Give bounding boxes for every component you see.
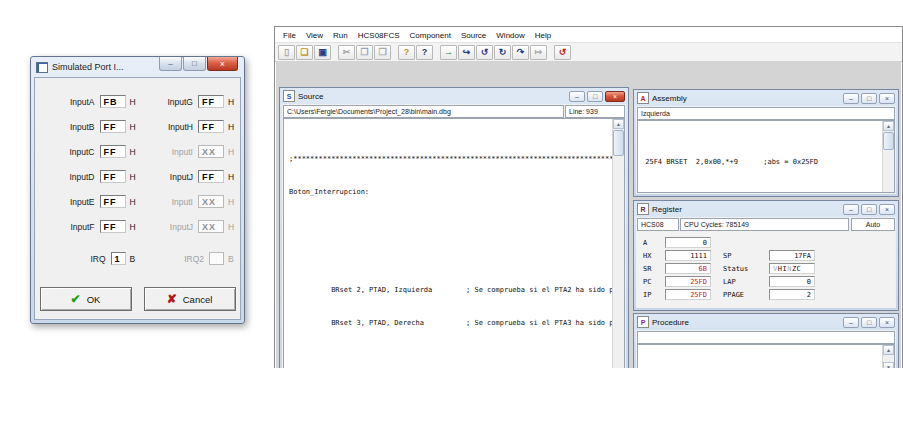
assembly-maximize-button[interactable]: □: [861, 93, 877, 104]
toolbar-button[interactable]: ▣: [314, 45, 331, 60]
source-scrollbar[interactable]: ▲: [612, 119, 624, 368]
register-sr-value[interactable]: 6B: [665, 263, 711, 274]
menu-item[interactable]: Source: [456, 30, 491, 41]
assembly-title-bar[interactable]: A Assembly – □ ×: [634, 90, 898, 106]
toolbar-button[interactable]: ↺: [476, 45, 493, 60]
ok-button[interactable]: ✔ OK: [40, 287, 132, 311]
assembly-scrollbar[interactable]: ▲: [882, 121, 894, 192]
scroll-down-icon[interactable]: ▼: [883, 362, 894, 368]
port-input-unit: H: [228, 197, 236, 207]
toolbar-button[interactable]: ❐: [356, 45, 373, 60]
maximize-button[interactable]: □: [183, 57, 206, 71]
source-title-bar[interactable]: S Source – □ ×: [280, 88, 628, 104]
port-input-field[interactable]: FF: [198, 95, 224, 108]
procedure-scrollbar[interactable]: ▲ ▼: [882, 345, 894, 368]
menu-item[interactable]: Component: [405, 30, 456, 41]
toolbar-button[interactable]: ?: [398, 45, 415, 60]
port-input-field[interactable]: FF: [100, 220, 126, 233]
toolbar-button[interactable]: ❏: [296, 45, 313, 60]
minimize-button[interactable]: –: [159, 57, 182, 71]
menu-item[interactable]: HCS08FCS: [353, 30, 405, 41]
port-input-field[interactable]: XX: [198, 195, 224, 208]
port-input-row: IRQ 1 B: [39, 251, 138, 266]
toolbar-button[interactable]: ↻: [494, 45, 511, 60]
register-ppage-value[interactable]: 2: [769, 289, 815, 300]
toolbar-button[interactable]: ↺: [554, 45, 571, 60]
source-code-line: BRset 2, PTAD, Izquierda ; Se comprueba …: [289, 286, 612, 294]
cancel-button[interactable]: ✘ Cancel: [144, 287, 236, 311]
source-maximize-button[interactable]: □: [587, 91, 603, 102]
register-pc-value[interactable]: 25FD: [665, 276, 711, 287]
register-grid: A 0 HX 1111 SP 17FA SR 6B Status: [637, 232, 895, 307]
port-input-field[interactable]: FF: [100, 120, 126, 133]
dialog-buttons: ✔ OK ✘ Cancel: [35, 287, 240, 311]
assembly-listing[interactable]: 25F4 BRSET 2,0x00,*+9 ;abs = 0x25FD 25F7…: [638, 121, 882, 192]
close-button[interactable]: ×: [207, 57, 238, 71]
register-close-button[interactable]: ×: [879, 204, 895, 215]
toolbar-button[interactable]: ↷: [512, 45, 529, 60]
procedure-minimize-button[interactable]: –: [843, 317, 859, 328]
procedure-title-bar[interactable]: P Procedure – □ ×: [634, 314, 898, 330]
assembly-minimize-button[interactable]: –: [843, 93, 859, 104]
source-close-button[interactable]: ×: [605, 91, 625, 102]
register-hx-value[interactable]: 1111: [665, 250, 711, 261]
port-input-row: InputG FF H: [138, 94, 237, 109]
port-input-field[interactable]: FF: [100, 145, 126, 158]
port-input-field[interactable]: FF: [198, 170, 224, 183]
toolbar-button[interactable]: ▯: [278, 45, 295, 60]
port-input-field[interactable]: 1: [111, 252, 126, 265]
assembly-icon: A: [637, 92, 649, 104]
register-sp-label: SP: [723, 252, 769, 260]
procedure-call-chain[interactable]: Izquierda () <6200'P>: [638, 345, 882, 368]
assembly-window: A Assembly – □ × Izquierda 25F4 BRSET 2,…: [633, 89, 899, 197]
register-ip-value[interactable]: 25FD: [665, 289, 711, 300]
port-input-field[interactable]: XX: [198, 145, 224, 158]
simulated-port-inputs-dialog: Simulated Port I... – □ × InputA FB H In…: [30, 56, 245, 324]
register-icon: R: [637, 203, 649, 215]
port-input-field[interactable]: FF: [100, 195, 126, 208]
menu-item[interactable]: File: [278, 30, 301, 41]
scroll-up-icon[interactable]: ▲: [883, 121, 894, 131]
toolbar-button[interactable]: ↦: [530, 45, 547, 60]
port-input-field[interactable]: FB: [100, 95, 126, 108]
port-input-field[interactable]: FF: [100, 170, 126, 183]
source-code-line: [289, 352, 612, 360]
toolbar-button[interactable]: →: [440, 45, 457, 60]
port-input-field[interactable]: FF: [198, 120, 224, 133]
menu-item[interactable]: Window: [491, 30, 529, 41]
register-sp-value[interactable]: 17FA: [769, 250, 815, 261]
register-maximize-button[interactable]: □: [861, 204, 877, 215]
port-input-field[interactable]: [209, 252, 224, 265]
port-input-label: InputB: [70, 122, 95, 132]
scrollbar-thumb[interactable]: [613, 130, 624, 156]
port-input-field[interactable]: XX: [198, 220, 224, 233]
menu-item[interactable]: Run: [328, 30, 353, 41]
dialog-body: InputA FB H InputG FF H InputB FF H: [34, 77, 241, 320]
source-code-view[interactable]: ;***************************************…: [284, 119, 612, 368]
source-minimize-button[interactable]: –: [569, 91, 585, 102]
toolbar-button[interactable]: ↪: [458, 45, 475, 60]
source-icon: S: [283, 90, 295, 102]
port-input-row: InputJ FF H: [138, 169, 237, 184]
toolbar-button[interactable]: ?: [416, 45, 433, 60]
register-a-value[interactable]: 0: [665, 237, 711, 248]
source-window: S Source – □ × C:\Users\Fergie\Documents…: [279, 87, 629, 368]
procedure-close-button[interactable]: ×: [879, 317, 895, 328]
register-lap-value[interactable]: 0: [769, 276, 815, 287]
procedure-maximize-button[interactable]: □: [861, 317, 877, 328]
menu-item[interactable]: View: [301, 30, 328, 41]
menu-item[interactable]: Help: [530, 30, 556, 41]
port-input-unit: B: [130, 254, 138, 264]
register-title-bar[interactable]: R Register – □ ×: [634, 201, 898, 217]
toolbar-button[interactable]: ❒: [374, 45, 391, 60]
port-input-row: InputC FF H: [39, 144, 138, 159]
register-minimize-button[interactable]: –: [843, 204, 859, 215]
register-status-flags[interactable]: V H I N Z C: [769, 263, 815, 274]
scrollbar-thumb[interactable]: [883, 132, 894, 150]
port-input-unit: H: [228, 122, 236, 132]
toolbar-button[interactable]: ✂: [338, 45, 355, 60]
scroll-up-icon[interactable]: ▲: [883, 345, 894, 355]
assembly-close-button[interactable]: ×: [879, 93, 895, 104]
scroll-up-icon[interactable]: ▲: [613, 119, 624, 129]
register-update-mode[interactable]: Auto: [851, 218, 895, 231]
